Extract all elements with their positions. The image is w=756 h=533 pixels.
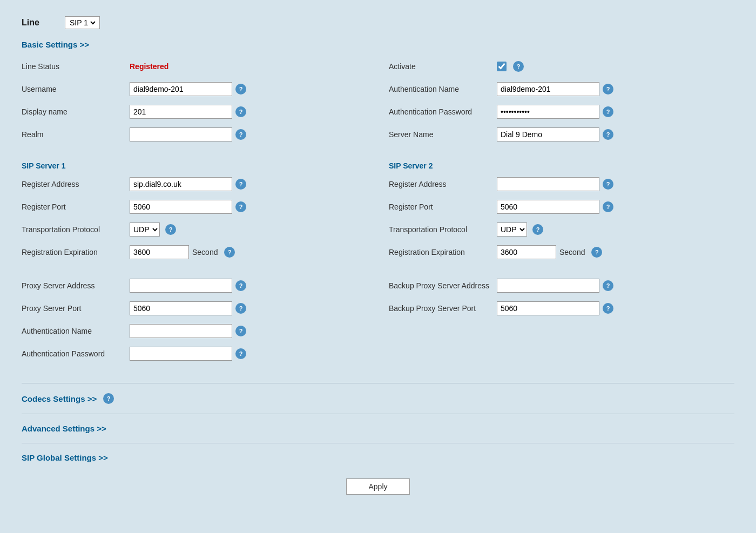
- sip1-register-address-label: Register Address: [22, 180, 130, 188]
- realm-row: Realm ?: [22, 126, 367, 143]
- sip2-register-address-row: Register Address ?: [389, 176, 734, 193]
- sip1-transport-label: Transportation Protocol: [22, 225, 130, 234]
- sip2-second-label: Second: [559, 248, 585, 257]
- proxy-address-row: Proxy Server Address ?: [22, 277, 367, 294]
- sip1-reg-exp-input[interactable]: [130, 245, 189, 259]
- backup-proxy-address-row: Backup Proxy Server Address ?: [389, 277, 734, 294]
- divider-1: [22, 383, 734, 383]
- sip-server2-title: SIP Server 2: [389, 161, 734, 170]
- proxy-auth-password-help-icon[interactable]: ?: [235, 348, 246, 359]
- activate-help-icon[interactable]: ?: [513, 61, 524, 72]
- sip2-reg-exp-label: Registration Expiration: [389, 248, 497, 257]
- sip1-second-label: Second: [192, 248, 218, 257]
- basic-left-col: Line Status Registered Username ? Displa…: [22, 58, 367, 149]
- auth-password-label: Authentication Password: [389, 107, 497, 116]
- auth-password-row: Authentication Password ?: [389, 103, 734, 120]
- backup-proxy-address-label: Backup Proxy Server Address: [389, 281, 497, 290]
- sip2-reg-exp-row: Registration Expiration Second ?: [389, 244, 734, 261]
- backup-proxy-port-input[interactable]: [497, 301, 599, 315]
- backup-proxy-address-input[interactable]: [497, 279, 599, 293]
- auth-name-help-icon[interactable]: ?: [603, 84, 613, 95]
- codecs-settings-row: Codecs Settings >> ?: [22, 393, 734, 404]
- activate-checkbox[interactable]: [497, 62, 507, 71]
- server-name-input[interactable]: [497, 127, 599, 141]
- username-input[interactable]: [130, 82, 232, 96]
- line-label: Line: [22, 18, 54, 28]
- basic-settings-grid: Line Status Registered Username ? Displa…: [22, 58, 734, 149]
- line-select[interactable]: SIP 1 SIP 2 SIP 3: [68, 18, 97, 28]
- sip2-transport-controls: UDP TCP TLS ?: [497, 222, 543, 237]
- sip2-register-port-row: Register Port ?: [389, 198, 734, 215]
- apply-button[interactable]: Apply: [346, 478, 409, 495]
- sip1-register-port-input[interactable]: [130, 200, 232, 214]
- sip1-register-address-help-icon[interactable]: ?: [235, 179, 246, 190]
- sip-global-settings-header[interactable]: SIP Global Settings >>: [22, 453, 734, 462]
- proxy-port-label: Proxy Server Port: [22, 304, 130, 313]
- codecs-settings-help-icon[interactable]: ?: [103, 393, 114, 404]
- proxy-address-input[interactable]: [130, 279, 232, 293]
- auth-password-help-icon[interactable]: ?: [603, 106, 613, 117]
- sip1-register-port-row: Register Port ?: [22, 198, 367, 215]
- proxy-auth-name-input[interactable]: [130, 324, 232, 338]
- sip1-transport-row: Transportation Protocol UDP TCP TLS ?: [22, 221, 367, 238]
- auth-password-input[interactable]: [497, 105, 599, 119]
- sip1-register-address-input[interactable]: [130, 177, 232, 191]
- sip1-reg-exp-row: Registration Expiration Second ?: [22, 244, 367, 261]
- sip2-reg-exp-input[interactable]: [497, 245, 556, 259]
- backup-proxy-port-row: Backup Proxy Server Port ?: [389, 300, 734, 317]
- display-name-help-icon[interactable]: ?: [235, 106, 246, 117]
- sip2-register-port-help-icon[interactable]: ?: [603, 201, 613, 212]
- line-select-wrapper[interactable]: SIP 1 SIP 2 SIP 3: [65, 16, 100, 29]
- realm-input[interactable]: [130, 127, 232, 141]
- sip2-transport-label: Transportation Protocol: [389, 225, 497, 234]
- backup-proxy-port-help-icon[interactable]: ?: [603, 303, 613, 314]
- display-name-label: Display name: [22, 107, 130, 116]
- auth-name-label: Authentication Name: [389, 85, 497, 93]
- username-label: Username: [22, 85, 130, 93]
- sip1-transport-help-icon[interactable]: ?: [165, 224, 176, 235]
- proxy-auth-password-label: Authentication Password: [22, 349, 130, 358]
- proxy-auth-name-help-icon[interactable]: ?: [235, 326, 246, 336]
- sip2-transport-select[interactable]: UDP TCP TLS: [497, 222, 527, 237]
- sip2-reg-exp-controls: Second ?: [497, 245, 602, 259]
- sip1-transport-select[interactable]: UDP TCP TLS: [130, 222, 160, 237]
- advanced-settings-header[interactable]: Advanced Settings >>: [22, 424, 734, 433]
- sip2-register-port-input[interactable]: [497, 200, 599, 214]
- basic-settings-header[interactable]: Basic Settings >>: [22, 40, 734, 49]
- line-status-value: Registered: [130, 62, 168, 71]
- proxy-port-help-icon[interactable]: ?: [235, 303, 246, 314]
- sip1-reg-exp-help-icon[interactable]: ?: [224, 247, 235, 258]
- backup-proxy-address-help-icon[interactable]: ?: [603, 280, 613, 291]
- proxy-address-help-icon[interactable]: ?: [235, 280, 246, 291]
- username-help-icon[interactable]: ?: [235, 84, 246, 95]
- divider-3: [22, 443, 734, 443]
- activate-row: Activate ?: [389, 58, 734, 75]
- sip1-register-port-help-icon[interactable]: ?: [235, 201, 246, 212]
- proxy-address-label: Proxy Server Address: [22, 281, 130, 290]
- sip2-register-address-help-icon[interactable]: ?: [603, 179, 613, 190]
- server-name-help-icon[interactable]: ?: [603, 129, 613, 140]
- sip-server2-col: SIP Server 2 Register Address ? Register…: [389, 156, 734, 266]
- sip1-transport-controls: UDP TCP TLS ?: [130, 222, 176, 237]
- server-name-row: Server Name ?: [389, 126, 734, 143]
- proxy-left-col: Proxy Server Address ? Proxy Server Port…: [22, 277, 367, 368]
- activate-controls: ?: [497, 61, 524, 72]
- proxy-auth-password-input[interactable]: [130, 347, 232, 361]
- realm-help-icon[interactable]: ?: [235, 129, 246, 140]
- codecs-settings-header[interactable]: Codecs Settings >>: [22, 394, 97, 403]
- sip2-reg-exp-help-icon[interactable]: ?: [591, 247, 602, 258]
- sip2-register-address-input[interactable]: [497, 177, 599, 191]
- proxy-auth-name-row: Authentication Name ?: [22, 322, 367, 340]
- proxy-port-input[interactable]: [130, 301, 232, 315]
- sip-server1-col: SIP Server 1 Register Address ? Register…: [22, 156, 367, 266]
- line-status-label: Line Status: [22, 62, 130, 71]
- sip1-register-port-label: Register Port: [22, 203, 130, 211]
- proxy-auth-password-row: Authentication Password ?: [22, 345, 367, 362]
- sip2-transport-help-icon[interactable]: ?: [532, 224, 543, 235]
- display-name-row: Display name ?: [22, 103, 367, 120]
- basic-right-col: Activate ? Authentication Name ? Authent…: [389, 58, 734, 149]
- basic-settings-content: Line Status Registered Username ? Displa…: [22, 58, 734, 373]
- display-name-input[interactable]: [130, 105, 232, 119]
- proxy-port-row: Proxy Server Port ?: [22, 300, 367, 317]
- auth-name-input[interactable]: [497, 82, 599, 96]
